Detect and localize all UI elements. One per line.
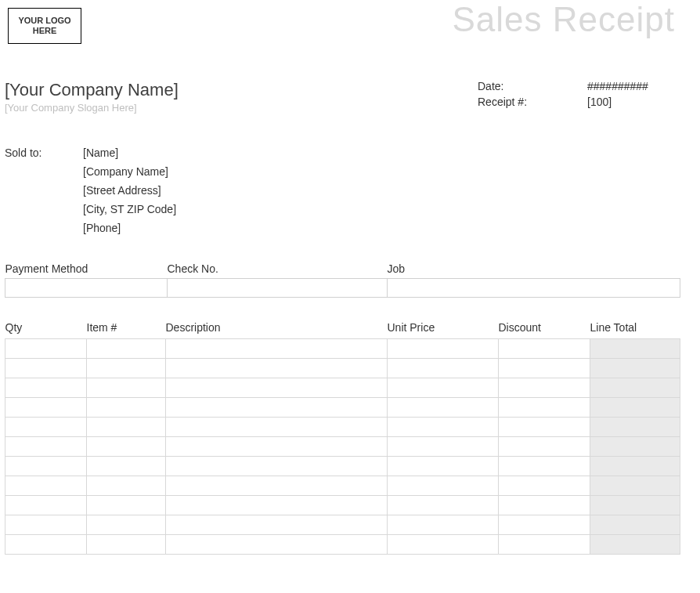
description-header: Description bbox=[166, 321, 388, 339]
desc-cell[interactable] bbox=[166, 476, 388, 496]
line-total-cell bbox=[590, 398, 680, 418]
table-row bbox=[5, 418, 680, 437]
sold-to-city: [City, ST ZIP Code] bbox=[83, 203, 176, 215]
qty-cell[interactable] bbox=[5, 476, 87, 496]
qty-cell[interactable] bbox=[5, 496, 87, 515]
unit-cell[interactable] bbox=[388, 418, 499, 437]
company-slogan: [Your Company Slogan Here] bbox=[5, 102, 478, 114]
unit-cell[interactable] bbox=[388, 476, 499, 496]
line-total-cell bbox=[590, 457, 680, 476]
desc-cell[interactable] bbox=[166, 359, 388, 378]
page-title: Sales Receipt bbox=[81, 0, 681, 39]
desc-cell[interactable] bbox=[166, 378, 388, 398]
qty-cell[interactable] bbox=[5, 515, 87, 535]
unit-cell[interactable] bbox=[388, 496, 499, 515]
table-row bbox=[5, 398, 680, 418]
line-total-cell bbox=[590, 476, 680, 496]
item-cell[interactable] bbox=[87, 476, 166, 496]
unit-cell[interactable] bbox=[388, 398, 499, 418]
table-row bbox=[5, 437, 680, 457]
disc-cell[interactable] bbox=[499, 535, 590, 555]
unit-cell[interactable] bbox=[388, 535, 499, 555]
desc-cell[interactable] bbox=[166, 418, 388, 437]
disc-cell[interactable] bbox=[499, 339, 590, 359]
sold-to-name: [Name] bbox=[83, 146, 176, 159]
items-table: Qty Item # Description Unit Price Discou… bbox=[5, 321, 680, 555]
item-cell[interactable] bbox=[87, 359, 166, 378]
qty-cell[interactable] bbox=[5, 457, 87, 476]
unit-cell[interactable] bbox=[388, 515, 499, 535]
desc-cell[interactable] bbox=[166, 398, 388, 418]
date-value: ########## bbox=[587, 80, 681, 92]
disc-cell[interactable] bbox=[499, 359, 590, 378]
line-total-cell bbox=[590, 437, 680, 457]
desc-cell[interactable] bbox=[166, 437, 388, 457]
qty-cell[interactable] bbox=[5, 378, 87, 398]
item-cell[interactable] bbox=[87, 496, 166, 515]
line-total-cell bbox=[590, 535, 680, 555]
job-cell[interactable] bbox=[388, 279, 680, 298]
disc-cell[interactable] bbox=[499, 457, 590, 476]
payment-table: Payment Method Check No. Job bbox=[5, 262, 680, 298]
line-total-header: Line Total bbox=[590, 321, 680, 339]
item-cell[interactable] bbox=[87, 535, 166, 555]
qty-cell[interactable] bbox=[5, 437, 87, 457]
item-cell[interactable] bbox=[87, 418, 166, 437]
line-total-cell bbox=[590, 359, 680, 378]
unit-cell[interactable] bbox=[388, 378, 499, 398]
unit-cell[interactable] bbox=[388, 339, 499, 359]
job-header: Job bbox=[388, 262, 680, 279]
item-header: Item # bbox=[87, 321, 166, 339]
desc-cell[interactable] bbox=[166, 457, 388, 476]
unit-cell[interactable] bbox=[388, 359, 499, 378]
sold-to-street: [Street Address] bbox=[83, 184, 176, 197]
table-row bbox=[5, 378, 680, 398]
line-total-cell bbox=[590, 496, 680, 515]
item-cell[interactable] bbox=[87, 378, 166, 398]
desc-cell[interactable] bbox=[166, 515, 388, 535]
table-row bbox=[5, 359, 680, 378]
company-name: [Your Company Name] bbox=[5, 80, 478, 100]
qty-cell[interactable] bbox=[5, 398, 87, 418]
desc-cell[interactable] bbox=[166, 339, 388, 359]
table-row bbox=[5, 535, 680, 555]
table-row bbox=[5, 496, 680, 515]
line-total-cell bbox=[590, 339, 680, 359]
disc-cell[interactable] bbox=[499, 418, 590, 437]
qty-cell[interactable] bbox=[5, 339, 87, 359]
item-cell[interactable] bbox=[87, 339, 166, 359]
receipt-number-label: Receipt #: bbox=[478, 96, 587, 108]
date-label: Date: bbox=[478, 80, 587, 92]
payment-method-header: Payment Method bbox=[5, 262, 168, 279]
disc-cell[interactable] bbox=[499, 476, 590, 496]
desc-cell[interactable] bbox=[166, 496, 388, 515]
item-cell[interactable] bbox=[87, 398, 166, 418]
table-row bbox=[5, 457, 680, 476]
line-total-cell bbox=[590, 378, 680, 398]
item-cell[interactable] bbox=[87, 515, 166, 535]
qty-cell[interactable] bbox=[5, 535, 87, 555]
disc-cell[interactable] bbox=[499, 378, 590, 398]
sold-to-company: [Company Name] bbox=[83, 165, 176, 178]
sold-to-label: Sold to: bbox=[5, 146, 83, 240]
line-total-cell bbox=[590, 515, 680, 535]
unit-cell[interactable] bbox=[388, 457, 499, 476]
item-cell[interactable] bbox=[87, 437, 166, 457]
payment-method-cell[interactable] bbox=[5, 279, 168, 298]
table-row bbox=[5, 339, 680, 359]
qty-cell[interactable] bbox=[5, 359, 87, 378]
discount-header: Discount bbox=[499, 321, 590, 339]
qty-cell[interactable] bbox=[5, 418, 87, 437]
table-row bbox=[5, 476, 680, 496]
disc-cell[interactable] bbox=[499, 437, 590, 457]
disc-cell[interactable] bbox=[499, 496, 590, 515]
disc-cell[interactable] bbox=[499, 398, 590, 418]
check-no-cell[interactable] bbox=[168, 279, 388, 298]
unit-cell[interactable] bbox=[388, 437, 499, 457]
sold-to-phone: [Phone] bbox=[83, 222, 176, 234]
disc-cell[interactable] bbox=[499, 515, 590, 535]
receipt-number-value: [100] bbox=[587, 96, 681, 108]
logo-placeholder: YOUR LOGO HERE bbox=[8, 8, 81, 44]
desc-cell[interactable] bbox=[166, 535, 388, 555]
item-cell[interactable] bbox=[87, 457, 166, 476]
